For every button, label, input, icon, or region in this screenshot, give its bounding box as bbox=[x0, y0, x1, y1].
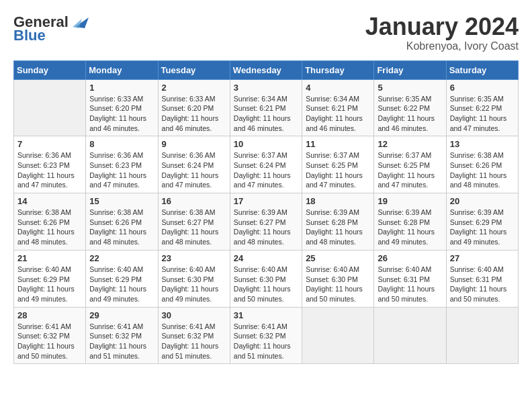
day-info-line: Sunset: 6:30 PM bbox=[162, 275, 214, 283]
table-row: 10Sunrise: 6:37 AMSunset: 6:24 PMDayligh… bbox=[230, 136, 302, 193]
table-row: 29Sunrise: 6:41 AMSunset: 6:32 PMDayligh… bbox=[86, 307, 158, 364]
table-row bbox=[14, 79, 86, 136]
day-info: Sunrise: 6:37 AMSunset: 6:25 PMDaylight:… bbox=[306, 150, 370, 190]
day-info-line: Sunset: 6:22 PM bbox=[378, 104, 430, 112]
col-sunday: Sunday bbox=[14, 60, 86, 79]
table-row: 15Sunrise: 6:38 AMSunset: 6:26 PMDayligh… bbox=[86, 193, 158, 250]
day-info-line: Sunrise: 6:37 AM bbox=[378, 151, 431, 159]
day-info-line: Sunset: 6:21 PM bbox=[234, 104, 286, 112]
day-info-line: Daylight: 11 hours and 46 minutes. bbox=[89, 114, 146, 132]
col-thursday: Thursday bbox=[302, 60, 374, 79]
header: General Blue January 2024 Kobrenyoa, Ivo… bbox=[13, 13, 519, 52]
day-info-line: Daylight: 11 hours and 46 minutes. bbox=[162, 114, 219, 132]
day-info-line: Sunset: 6:31 PM bbox=[378, 275, 430, 283]
table-row: 19Sunrise: 6:39 AMSunset: 6:28 PMDayligh… bbox=[374, 193, 446, 250]
col-wednesday: Wednesday bbox=[230, 60, 302, 79]
table-row: 30Sunrise: 6:41 AMSunset: 6:32 PMDayligh… bbox=[158, 307, 230, 364]
day-info-line: Sunset: 6:30 PM bbox=[234, 275, 286, 283]
day-info-line: Daylight: 11 hours and 49 minutes. bbox=[378, 228, 435, 246]
day-info: Sunrise: 6:36 AMSunset: 6:23 PMDaylight:… bbox=[17, 150, 82, 190]
table-row: 14Sunrise: 6:38 AMSunset: 6:26 PMDayligh… bbox=[14, 193, 86, 250]
day-info: Sunrise: 6:40 AMSunset: 6:29 PMDaylight:… bbox=[17, 265, 82, 304]
day-info: Sunrise: 6:37 AMSunset: 6:24 PMDaylight:… bbox=[234, 150, 298, 190]
day-number: 31 bbox=[234, 310, 298, 320]
day-number: 2 bbox=[162, 83, 226, 93]
logo: General Blue bbox=[13, 13, 89, 44]
day-info: Sunrise: 6:39 AMSunset: 6:27 PMDaylight:… bbox=[234, 208, 298, 247]
day-info: Sunrise: 6:38 AMSunset: 6:26 PMDaylight:… bbox=[450, 150, 515, 190]
day-info-line: Sunrise: 6:34 AM bbox=[234, 95, 287, 103]
title-block: January 2024 Kobrenyoa, Ivory Coast bbox=[365, 13, 519, 52]
table-row: 22Sunrise: 6:40 AMSunset: 6:29 PMDayligh… bbox=[86, 250, 158, 307]
day-number: 15 bbox=[89, 196, 154, 206]
col-monday: Monday bbox=[86, 60, 158, 79]
day-info-line: Sunrise: 6:38 AM bbox=[162, 208, 216, 216]
day-info: Sunrise: 6:38 AMSunset: 6:26 PMDaylight:… bbox=[89, 208, 154, 247]
day-number: 28 bbox=[17, 310, 82, 320]
calendar-week-row: 21Sunrise: 6:40 AMSunset: 6:29 PMDayligh… bbox=[14, 250, 519, 307]
day-info-line: Sunset: 6:32 PM bbox=[234, 332, 286, 340]
day-info-line: Sunset: 6:29 PM bbox=[17, 275, 70, 283]
day-info-line: Sunset: 6:30 PM bbox=[306, 275, 358, 283]
col-friday: Friday bbox=[374, 60, 446, 79]
day-number: 21 bbox=[17, 253, 82, 263]
day-info: Sunrise: 6:41 AMSunset: 6:32 PMDaylight:… bbox=[234, 322, 298, 361]
day-info-line: Sunset: 6:25 PM bbox=[378, 161, 430, 169]
day-info-line: Sunrise: 6:37 AM bbox=[234, 151, 287, 159]
day-info-line: Daylight: 11 hours and 47 minutes. bbox=[450, 114, 507, 132]
day-number: 8 bbox=[89, 139, 154, 149]
day-number: 27 bbox=[450, 253, 515, 263]
day-number: 5 bbox=[378, 83, 442, 93]
day-info: Sunrise: 6:38 AMSunset: 6:26 PMDaylight:… bbox=[17, 208, 82, 247]
day-info: Sunrise: 6:40 AMSunset: 6:30 PMDaylight:… bbox=[162, 265, 226, 304]
table-row: 12Sunrise: 6:37 AMSunset: 6:25 PMDayligh… bbox=[374, 136, 446, 193]
day-info-line: Daylight: 11 hours and 50 minutes. bbox=[234, 285, 291, 303]
table-row: 26Sunrise: 6:40 AMSunset: 6:31 PMDayligh… bbox=[374, 250, 446, 307]
day-info: Sunrise: 6:35 AMSunset: 6:22 PMDaylight:… bbox=[450, 94, 515, 134]
day-info-line: Daylight: 11 hours and 47 minutes. bbox=[306, 171, 363, 189]
day-info-line: Sunset: 6:32 PM bbox=[162, 332, 214, 340]
day-info: Sunrise: 6:36 AMSunset: 6:23 PMDaylight:… bbox=[89, 150, 154, 190]
day-info: Sunrise: 6:34 AMSunset: 6:21 PMDaylight:… bbox=[234, 94, 298, 134]
day-number: 19 bbox=[378, 196, 442, 206]
table-row bbox=[446, 307, 518, 364]
table-row: 25Sunrise: 6:40 AMSunset: 6:30 PMDayligh… bbox=[302, 250, 374, 307]
day-number: 7 bbox=[17, 139, 82, 149]
table-row: 24Sunrise: 6:40 AMSunset: 6:30 PMDayligh… bbox=[230, 250, 302, 307]
day-info-line: Sunrise: 6:38 AM bbox=[89, 208, 143, 216]
table-row: 6Sunrise: 6:35 AMSunset: 6:22 PMDaylight… bbox=[446, 79, 518, 136]
table-row: 20Sunrise: 6:39 AMSunset: 6:29 PMDayligh… bbox=[446, 193, 518, 250]
day-info-line: Sunrise: 6:39 AM bbox=[234, 208, 287, 216]
day-info-line: Daylight: 11 hours and 51 minutes. bbox=[234, 342, 291, 360]
table-row: 23Sunrise: 6:40 AMSunset: 6:30 PMDayligh… bbox=[158, 250, 230, 307]
day-number: 29 bbox=[89, 310, 154, 320]
day-info-line: Daylight: 11 hours and 50 minutes. bbox=[306, 285, 363, 303]
day-info-line: Daylight: 11 hours and 49 minutes. bbox=[17, 285, 75, 303]
table-row: 17Sunrise: 6:39 AMSunset: 6:27 PMDayligh… bbox=[230, 193, 302, 250]
day-number: 3 bbox=[234, 83, 298, 93]
day-info-line: Sunset: 6:32 PM bbox=[17, 332, 70, 340]
day-info-line: Sunrise: 6:40 AM bbox=[450, 265, 504, 273]
day-info-line: Sunrise: 6:41 AM bbox=[17, 322, 71, 330]
day-info: Sunrise: 6:37 AMSunset: 6:25 PMDaylight:… bbox=[378, 150, 442, 190]
day-info-line: Daylight: 11 hours and 46 minutes. bbox=[306, 114, 363, 132]
day-info-line: Sunrise: 6:41 AM bbox=[89, 322, 143, 330]
table-row: 27Sunrise: 6:40 AMSunset: 6:31 PMDayligh… bbox=[446, 250, 518, 307]
day-info-line: Sunrise: 6:33 AM bbox=[89, 95, 143, 103]
day-info-line: Sunset: 6:21 PM bbox=[306, 104, 358, 112]
calendar-title: January 2024 bbox=[365, 13, 519, 40]
day-info: Sunrise: 6:39 AMSunset: 6:29 PMDaylight:… bbox=[450, 208, 515, 247]
table-row: 18Sunrise: 6:39 AMSunset: 6:28 PMDayligh… bbox=[302, 193, 374, 250]
day-info-line: Sunset: 6:25 PM bbox=[306, 161, 358, 169]
day-info: Sunrise: 6:40 AMSunset: 6:31 PMDaylight:… bbox=[378, 265, 442, 304]
day-number: 11 bbox=[306, 139, 370, 149]
day-number: 18 bbox=[306, 196, 370, 206]
day-info-line: Sunrise: 6:39 AM bbox=[378, 208, 431, 216]
logo-blue-text: Blue bbox=[13, 27, 46, 44]
day-info-line: Sunrise: 6:36 AM bbox=[162, 151, 216, 159]
day-info: Sunrise: 6:41 AMSunset: 6:32 PMDaylight:… bbox=[162, 322, 226, 361]
day-info-line: Sunset: 6:23 PM bbox=[89, 161, 142, 169]
day-info: Sunrise: 6:35 AMSunset: 6:22 PMDaylight:… bbox=[378, 94, 442, 134]
day-info: Sunrise: 6:34 AMSunset: 6:21 PMDaylight:… bbox=[306, 94, 370, 134]
day-info-line: Daylight: 11 hours and 49 minutes. bbox=[162, 285, 219, 303]
